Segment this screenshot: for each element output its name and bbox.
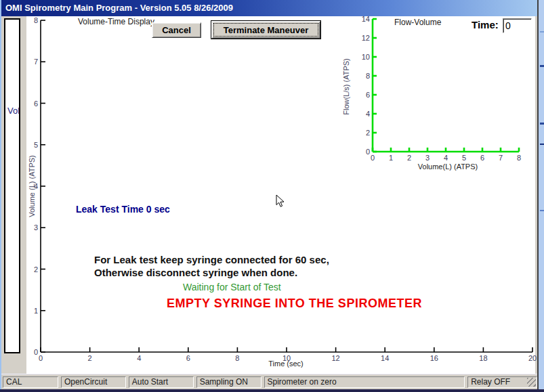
vol-label: Vol <box>7 106 20 116</box>
leak-test-time-text: Leak Test Time 0 sec <box>76 204 170 215</box>
terminate-maneuver-button[interactable]: Terminate Maneuver <box>211 21 320 39</box>
title-bar[interactable]: OMI Spirometry Main Program - Version 5.… <box>1 0 539 16</box>
empty-syringe-alert: EMPTY SYRINGE INTO THE SPIROMETER <box>167 297 422 311</box>
status-panel-spirometer-on-zero: Spirometer on zero <box>264 376 465 388</box>
window-title: OMI Spirometry Main Program - Version 5.… <box>5 3 233 13</box>
terminate-button-frame: Terminate Maneuver <box>211 20 321 39</box>
volume-time-chart-title: Volume-Time Display <box>78 17 154 26</box>
app-window: OMI Spirometry Main Program - Version 5.… <box>0 0 537 389</box>
resize-grip[interactable] <box>527 378 536 387</box>
volume-time-ylabel: Volume (L) (ATPS) <box>28 155 36 217</box>
mouse-cursor <box>276 194 285 208</box>
background-window-strip <box>537 0 544 392</box>
status-panel-cal: CAL <box>3 376 58 388</box>
instruction-line-2: Otherwise disconnect syringe when done. <box>94 267 297 278</box>
flow-volume-xlabel: Volume(L) (ATPS) <box>418 162 478 171</box>
time-input[interactable] <box>503 18 532 33</box>
waiting-status-text: Waiting for Start of Test <box>183 282 281 292</box>
status-panel-sampling-on: Sampling ON <box>196 376 261 388</box>
flow-volume-chart-title: Flow-Volume <box>394 18 441 27</box>
volume-time-xlabel: Time (sec) <box>268 360 304 368</box>
vol-side-panel: Vol <box>4 18 20 353</box>
flow-volume-ylabel: Flow(L/s) (ATPS) <box>342 58 350 115</box>
cancel-button[interactable]: Cancel <box>152 22 201 38</box>
window-bottom-edge <box>0 389 544 392</box>
time-label: Time: <box>472 19 499 30</box>
status-bar: CALOpenCircuitAuto StartSampling ONSpiro… <box>1 374 539 389</box>
status-panel-auto-start: Auto Start <box>129 376 194 388</box>
status-panel-opencircuit: OpenCircuit <box>61 376 126 388</box>
status-panel-relay-off: Relay OFF <box>467 376 537 388</box>
instruction-line-1: For Leak test keep syringe connected for… <box>94 254 329 265</box>
